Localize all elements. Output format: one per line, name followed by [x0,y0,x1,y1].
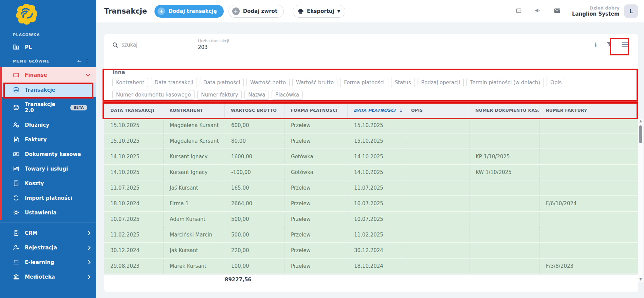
column-header[interactable]: WARTOŚĆ BRUTTO [225,103,284,118]
table-cell [405,196,469,211]
table-row[interactable]: 10.07.2025Adam Kursant500,00Przelew10.07… [104,212,638,227]
rejestracja-label: Rejestracja [25,245,57,251]
column-header[interactable]: NUMER DOKUMENTU KAS... [469,103,539,118]
table-cell: Przelew [284,180,348,195]
column-header[interactable]: DATA PŁATNOŚCI↓ [348,103,405,118]
table-row[interactable]: 18.10.2024Firma 12664,00Przelew10.07.202… [104,196,638,212]
search-input[interactable] [122,42,179,48]
column-header[interactable]: FORMA PŁATNOŚCI [284,103,348,118]
add-refund-button[interactable]: + Dodaj zwrot [228,5,284,18]
table-cell [469,259,539,274]
wallet-icon [13,72,19,78]
sidebar-item-medioteka[interactable]: Medioteka [0,269,96,284]
scroll-down-icon[interactable]: ▼ [639,277,642,282]
table-cell: Przelew [284,212,348,227]
sidebar-item-rejestracja[interactable]: Rejestracja [0,240,96,255]
megaphone-icon[interactable] [535,7,541,15]
sidebar-item-crm[interactable]: CRM [0,226,96,240]
main-area: Transakcje + Dodaj transakcję + Dodaj zw… [96,0,644,298]
placowka-item-label: PL [25,44,32,50]
sidebar-item-e-learning[interactable]: E-learning [0,255,96,269]
archive-icon[interactable] [516,7,522,15]
export-label: Eksportuj [307,8,334,14]
greeting-text: Dzień dobry [572,5,620,11]
table-cell: 500,00 [225,227,284,242]
sidebar-item-transakcje[interactable]: Transakcje [2,83,96,97]
sidebar-item-placowka-pl[interactable]: PL [0,40,96,54]
filter-chip[interactable]: Termin płatności (w dniach) [466,78,544,87]
filter-chip[interactable]: Numer dokumentu kasowego [112,90,195,100]
table-cell: 15.10.2025 [348,118,405,133]
table-row[interactable]: 14.10.2025Kursant Ignacy-100,00Gotówka14… [104,165,638,180]
filter-chip[interactable]: Opis [547,78,565,87]
table-cell [405,259,469,274]
add-transaction-button[interactable]: + Dodaj transakcję [154,5,224,18]
filter-chip[interactable]: Data transakcji [151,78,197,87]
chevron-right-icon [88,275,91,279]
table-row[interactable]: 11.02.2025Marciński Marcin500,00Przelew1… [104,227,638,243]
filter-chip[interactable]: Placówka [272,90,303,100]
table-header-row: DATA TRANSAKCJIKONTRAHENTWARTOŚĆ BRUTTOF… [104,103,638,118]
avatar[interactable]: L [624,4,638,18]
sidebar-item-finanse[interactable]: Finanse [2,67,96,83]
filters-panel: Inne KontrahentData transakcjiData płatn… [104,56,638,100]
app-root: PLACÓWKA PL MENU GŁÓWNE ← ☾ Finanse [0,0,644,298]
transakcje-label: Transakcje [25,87,55,93]
chevron-right-icon [88,231,91,235]
filter-chip[interactable]: Numer faktury [197,90,242,100]
sidebar-item-ustawienia[interactable]: Ustawienia [2,205,96,220]
filter-chip[interactable]: Nazwa [244,90,269,100]
scroll-up-icon[interactable]: ▲ [639,119,642,123]
table-row[interactable]: 15.10.2025Magdalena Kursant600,00Przelew… [104,118,638,134]
table-cell [469,134,539,148]
filter-chips: KontrahentData transakcjiData płatnościW… [112,78,630,100]
envelope-icon[interactable] [554,8,560,15]
sidebar-item-dluznicy[interactable]: Dłużnicy [2,118,96,132]
sidebar-item-transakcje-2-0[interactable]: Transakcje 2.0 BETA [2,97,96,118]
table-row[interactable]: 30.12.2024Jaś Kursant220,00Przelew30.12.… [104,243,638,259]
scrollbar-thumb[interactable] [639,125,642,143]
table-cell: Gotówka [284,149,348,164]
table-cell [469,196,539,211]
sidebar-item-import-platnosci[interactable]: Import płatności [2,191,96,205]
langlion-logo[interactable] [0,0,96,29]
column-header[interactable]: KONTRAHENT [163,103,225,118]
export-button[interactable]: Eksportuj ▼ [293,5,345,18]
menu-icon[interactable] [622,42,628,48]
filter-chip[interactable]: Kontrahent [112,78,148,87]
filter-chip[interactable]: Data płatności [200,78,244,87]
table-row[interactable]: 11.07.2025Jaś Kursant165,00Przelew11.07.… [104,180,638,196]
toolbar-right-icons: i [594,41,630,49]
column-header[interactable]: NUMER FAKTURY [539,103,638,118]
column-header[interactable]: DATA TRANSAKCJI [104,103,163,118]
sidebar-item-koszty[interactable]: Koszty [2,176,96,191]
table-cell: 18.10.2024 [348,259,405,274]
table-cell: Magdalena Kursant [163,118,225,133]
filter-chip[interactable]: Status [391,78,415,87]
table-cell: Przelew [284,196,348,211]
filter-chip[interactable]: Forma płatności [340,78,388,87]
filter-icon[interactable] [606,41,612,49]
sidebar-item-faktury[interactable]: Faktury [2,132,96,147]
table-cell [469,180,539,195]
table-row[interactable]: 29.08.2023Marek Kursant100,00Przelew18.1… [104,259,638,274]
column-header[interactable]: OPIS [405,103,469,118]
table-cell [539,212,638,227]
sidebar-item-towary-i-uslugi[interactable]: Towary i usługi [2,161,96,176]
vertical-scrollbar[interactable]: ▲ ▼ [638,119,643,282]
sidebar-item-dokumenty-kasowe[interactable]: Dokumenty kasowe [2,147,96,161]
medioteka-label: Medioteka [25,274,55,280]
info-icon[interactable]: i [594,41,597,49]
table-cell: Marek Kursant [163,259,225,274]
dark-mode-icon[interactable]: ☾ [86,58,91,65]
lion-logo-icon [13,3,39,27]
filter-chip[interactable]: Rodzaj operacji [418,78,464,87]
filter-chip[interactable]: Wartość netto [246,78,290,87]
building-icon [13,44,19,50]
table-cell: 220,00 [225,243,284,258]
table-row[interactable]: 14.10.2025Kursant Ignacy1600,00Gotówka14… [104,149,638,165]
filter-chip[interactable]: Wartość brutto [292,78,337,87]
table-cell: 11.02.2025 [104,227,163,242]
table-row[interactable]: 15.10.2025Magdalena Kursant80,00Przelew1… [104,134,638,149]
collapse-sidebar-icon[interactable]: ← [77,58,81,64]
